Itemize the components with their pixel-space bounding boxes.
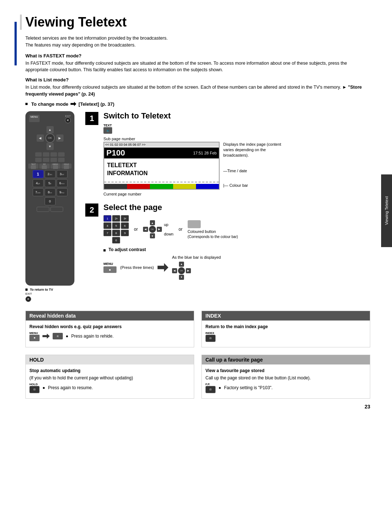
remote-control: MENU EXIT ✕ ▲ ◀ OK ▶ [25,111,74,286]
menu-button-remote: MENU [29,115,40,122]
text-label: TEXT [103,124,112,127]
index-func-btn: INDEX [50,164,61,169]
mini-4: 4 [103,222,111,229]
page-title: Viewing Teletext [20,15,370,30]
mini-2: 2a [112,215,120,222]
index-btn-icon: ⊟ [205,335,216,342]
step-2-title: Select the page [103,203,370,212]
main-content: MENU EXIT ✕ ▲ ◀ OK ▶ [25,111,370,302]
colour-btn-section: Coloured button (Corresponds to the colo… [188,220,238,239]
teletext-color-bar [104,184,219,189]
reveal-menu-btn: ■ [29,335,40,341]
bottom-btn-1 [37,207,49,212]
num-9: 9wxy [57,188,68,196]
exit-bottom: EXIT ✕ [25,292,78,302]
index-btn-section: INDEX ⊟ [205,331,216,342]
mode-change-line: To change mode [Teletext] (p. 37) [25,101,370,107]
reveal-arrow-icon [42,334,50,339]
hold-note: Press again to resume. [48,385,93,390]
teletext-info-line2: INFORMATION [107,169,216,177]
color-bar-blue [196,184,219,189]
mini-0: 0 [112,237,120,243]
step-1-title: Switch to Teletext [103,111,370,121]
hold-body-text: (If you wish to hold the current page wi… [29,375,190,380]
colour-bar-annotation: |— Colour bar [223,183,289,188]
numpad: 1 2abc 3def 4ghi 5jk 6mno 7pqrs 8tuv 9wx… [30,170,70,205]
text-func-btn: TEXT [28,164,38,169]
mini-9: 9 [121,230,129,236]
step-2-block: 2 Select the page 1 2a 3d 4 5 6 7 [85,203,370,280]
favourite-subheading: View a favourite page stored [205,368,366,373]
listmode-body: In List mode, four differently coloured … [25,84,370,98]
index-subheading: Return to the main index page [205,324,366,329]
contrast-nav: ▲ ◀ OK ▶ ▼ [172,262,191,280]
mini-7: 7 [103,230,111,236]
mini-nav-left: ◀ [143,227,148,232]
bottom-sections: Reveal hidden data Reveal hidden words e… [25,311,370,399]
hold-subheading: Stop automatic updating [29,368,190,373]
nav-left: ◀ [37,134,44,142]
mode-change-link: [Teletext] (p. 37) [78,101,114,107]
step-2-content: Select the page 1 2a 3d 4 5 6 7 8 [103,203,370,280]
nav-cluster: ▲ ◀ OK ▶ ▼ [36,126,65,150]
mini-nav-ok: OK [149,226,156,233]
teletext-page-num: P100 [106,148,125,158]
return-tv-section: To return to TV EXIT ✕ [25,288,78,302]
intro-line2: The features may vary depending on the b… [25,42,370,49]
favourite-body-text: Call up the page stored on the blue butt… [205,375,366,380]
contrast-heading: To adjust contrast [109,247,146,252]
select-page-row: 1 2a 3d 4 5 6 7 8 9 0 [103,215,370,243]
hold-btn-section: HOLD ⊟ [29,383,40,393]
step-2-number: 2 [85,203,98,217]
color-bar-red [127,184,150,189]
reveal-menu-section: MENU ■ [29,331,40,341]
contrast-section: To adjust contrast MENU ■ (Press three t… [103,247,370,280]
blue-bar-section: As the blue bar is displayed ▲ ◀ OK ▶ [172,255,221,280]
favourite-body: View a favourite page stored Call up the… [202,364,370,398]
exit-button: ✕ [65,117,71,123]
sub-page-label: Sub page number [103,137,370,141]
small-btn-row2 [28,158,72,162]
teletext-datetime: 17:51 28 Feb [193,151,217,155]
num-4: 4ghi [33,179,44,187]
return-tv-label: To return to TV [30,288,53,291]
reveal-card: Reveal hidden data Reveal hidden words e… [25,311,194,347]
small-btn-row1 [28,152,72,157]
teletext-info-line1: TELETEXT [107,161,216,169]
mini-8: 8 [112,230,120,236]
index-header: INDEX [202,311,370,321]
fp-btn-section: F.P. ⊟ [205,383,216,393]
mini-3: 3d [121,215,129,222]
colour-button [188,220,201,228]
num-6: 6mno [57,179,68,187]
intro-line1: Teletext services are the text informati… [25,35,370,42]
fp-label: F.P. [205,383,216,386]
page-number: 23 [364,404,370,410]
sidebar-tab: Viewing Teletext [381,174,392,247]
mini-nav-cluster: ▲ ◀ OK ▶ ▼ [143,220,162,238]
nav-ok: OK [45,133,55,143]
mini-nav-right: ▶ [157,227,162,232]
remote-container: MENU EXIT ✕ ▲ ◀ OK ▶ [25,111,78,302]
nav-right: ▶ [56,134,64,142]
sidebar-tab-label: Viewing Teletext [384,196,389,225]
contrast-row: MENU ■ (Press three times) As the blue b… [103,255,370,280]
exit-label-top: EXIT [65,115,71,117]
text-icon: 📺 [103,127,112,134]
reveal-r-section: R [53,333,63,339]
fastext-heading: What is FASTEXT mode? [25,53,370,59]
color-bar-yellow [173,184,196,189]
arrow-icon [158,263,168,272]
teletext-screen: << 01 02 03 04 05 06 07 >> P100 17:51 28… [103,142,220,190]
mini-nav-up: ▲ [150,220,155,225]
bottom-btn-2 [50,207,63,212]
step-1-content: Switch to Teletext TEXT 📺 Sub page numbe… [103,111,370,197]
reveal-header: Reveal hidden data [26,311,194,321]
sub-page-numbers: << 01 02 03 04 05 06 07 >> [104,142,219,147]
teletext-content: TELETEXT INFORMATION [104,158,219,181]
mini-5: 5 [112,222,120,229]
num-3: 3def [57,170,68,178]
hold-func-btn: HOLD [61,164,72,169]
favourite-note: Factory setting is "P103". [224,385,273,390]
or-label-2: or [179,227,183,232]
